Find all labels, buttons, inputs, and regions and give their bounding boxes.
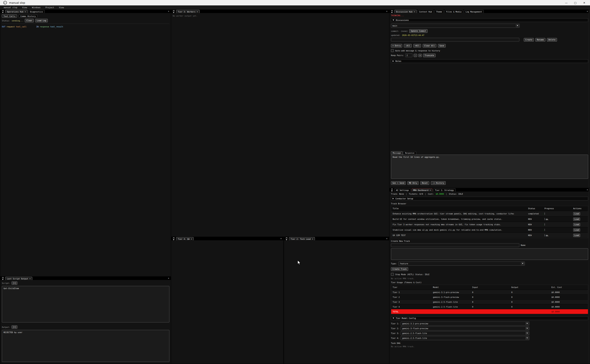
tab-tier1-strategy[interactable]: Tier 1: Strategy [433,188,456,191]
composer-tab-response[interactable]: Response [403,151,416,155]
menu-item-project[interactable]: Project [46,6,54,9]
tab-log-management[interactable]: Log Management [464,10,484,13]
panel-close-icon[interactable]: ✕ [280,237,282,240]
tab-close-icon[interactable]: ✕ [25,11,26,13]
tab-operations-hub[interactable]: Operations Hub ✕ [5,10,28,13]
tab-close-icon[interactable]: ✕ [191,238,192,240]
tab-ai-settings[interactable]: AI Settings [394,188,411,191]
menu-item-app[interactable]: manual slop [4,6,17,9]
to-history-button[interactable]: -> History [431,181,446,185]
tab-close-icon[interactable]: ✕ [29,278,31,280]
panel-menu-icon[interactable] [389,189,394,191]
tab-tier2-tech-lead[interactable]: Tier 2: Tech Lead ✕ [289,237,315,240]
panel-menu-icon[interactable] [389,10,394,13]
message-textarea[interactable]: Read the first 10 lines of aggregate.py. [391,155,588,179]
tab-mma-dashboard[interactable]: MMA Dashboard ✕ [411,188,433,191]
tab-close-icon[interactable]: ✕ [414,11,415,13]
tab-theme[interactable]: Theme [435,10,444,13]
menu-item-view2[interactable]: View [59,6,64,9]
step-mode-checkbox[interactable] [391,273,394,276]
roles-section-header[interactable]: Roles [391,59,588,63]
track-row[interactable]: Stabilize visual_sim_mma_v2.py and mock_… [391,227,588,233]
clear-all-button[interactable]: Clear All [423,44,436,47]
add-entry-button[interactable]: + Entry [391,44,402,47]
panel-close-icon[interactable]: ✕ [587,188,588,191]
load-log-button[interactable]: Load Log [35,19,48,22]
tier4-model-label: Tier 4: [391,337,399,339]
panel-menu-icon[interactable] [0,277,5,280]
discussion-select[interactable]: main [391,24,520,28]
scrollbar[interactable] [589,10,590,188]
menu-item-view1[interactable]: View [22,6,27,9]
panel-close-icon[interactable]: ✕ [168,277,169,280]
tab-tier3-workers[interactable]: Tier 3: Workers ✕ [176,10,200,13]
load-track-button[interactable]: Load [573,218,580,221]
script-text-box[interactable]: Get-ChildItem [2,286,169,322]
track-description-textarea[interactable] [391,248,588,260]
md-only-button[interactable]: MD Only [407,181,419,185]
expand-all-button[interactable]: +All [413,44,421,47]
save-button[interactable]: Save [438,44,446,47]
maximize-button[interactable]: ▢ [572,1,578,4]
panel-close-icon[interactable]: ✕ [386,10,387,13]
gen-send-button[interactable]: Gen + Send [391,181,406,185]
create-track-button[interactable]: Create Track [391,267,408,271]
tab-discussion-hub[interactable]: Discussion Hub ✕ [394,10,417,13]
tab-tier4-qa[interactable]: Tier 4: QA ✕ [176,237,194,240]
panel-close-icon[interactable]: ✕ [386,237,387,240]
output-expand-button[interactable]: [+] [12,325,17,329]
panel-menu-icon[interactable] [171,238,176,240]
keep-pairs-input[interactable] [405,53,412,57]
tier2-model-select[interactable]: gemini-3-flash-preview [401,326,529,331]
keep-pairs-decrement-button[interactable]: - [414,54,417,57]
discussions-section-header[interactable]: Discussions [391,18,588,22]
script-expand-button[interactable]: [+] [12,281,17,285]
load-track-button[interactable]: Load [573,212,580,215]
panel-menu-icon[interactable] [0,10,5,13]
keep-pairs-increment-button[interactable]: + [418,54,422,57]
reset-button[interactable]: Reset [420,181,429,185]
tab-files-media[interactable]: Files & Media [444,10,463,13]
minimize-button[interactable]: — [563,1,570,4]
update-commit-button[interactable]: Update Commit [409,29,428,33]
track-row[interactable]: Fix Tier 3 worker responses not reaching… [391,222,588,227]
tab-last-script-output[interactable]: Last Script Output ✕ [5,277,32,280]
panel-menu-icon[interactable] [171,10,176,13]
discussion-name-input[interactable] [391,38,519,42]
load-track-button[interactable]: Load [573,234,580,237]
tier3-model-select[interactable]: gemini-2.5-flash-lite [401,331,529,335]
track-row[interactable]: UX_SIM_TEST NEW 0% Load [391,233,588,238]
composer-tab-message[interactable]: Message [391,151,402,155]
subtab-comms-history[interactable]: Comms History [19,14,37,18]
rename-discussion-button[interactable]: Rename [535,38,545,42]
tab-close-icon[interactable]: ✕ [430,189,431,191]
clear-button[interactable]: Clear [25,19,34,22]
create-discussion-button[interactable]: Create [524,38,534,42]
panel-close-icon[interactable]: ✕ [168,10,169,13]
tier1-model-select[interactable]: gemini-3.1-pro-preview [401,322,529,326]
load-track-button[interactable]: Load [573,228,580,232]
tier4-model-select[interactable]: gemini-2.5-flash-lite [401,336,529,340]
truncate-button[interactable]: Truncate [423,54,436,57]
track-row[interactable]: Build UI for context window utilization,… [391,216,588,222]
tab-close-icon[interactable]: ✕ [197,11,198,13]
collapse-all-button[interactable]: -All [404,44,411,47]
track-row[interactable]: Enhance existing MMA orchestration GUI: … [391,211,588,216]
tab-close-icon[interactable]: ✕ [312,238,313,240]
subtab-tool-calls[interactable]: Tool Calls [2,14,17,18]
tab-diagnostics[interactable]: Diagnostics [28,10,45,13]
track-type-select[interactable]: feature [398,261,525,266]
panel-close-icon[interactable]: ✕ [587,10,588,13]
load-track-button[interactable]: Load [573,223,580,226]
scrollbar[interactable] [589,188,590,364]
close-button[interactable]: ✕ [581,1,587,4]
conductor-setup-header[interactable]: Conductor Setup [391,197,588,201]
delete-discussion-button[interactable]: Delete [547,38,557,42]
auto-add-checkbox[interactable] [391,49,394,52]
menu-item-windows[interactable]: Windows [32,6,40,9]
track-name-input[interactable] [391,243,519,247]
panel-menu-icon[interactable] [284,238,289,240]
output-text-box[interactable]: REJECTED by user [2,330,169,362]
tier-model-config-header[interactable]: Tier Model Config [391,316,588,320]
tab-context-hub[interactable]: Context Hub [417,10,434,13]
